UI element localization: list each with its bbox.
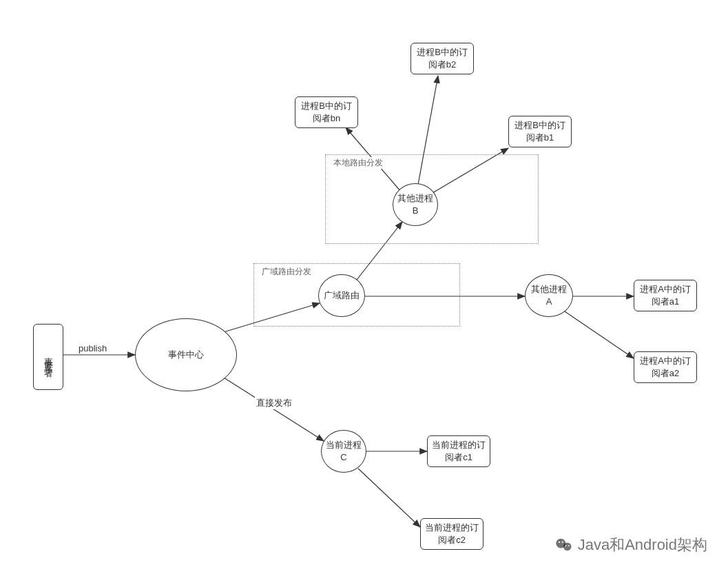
process-b-node: 其他进程B <box>393 183 438 226</box>
watermark: Java和Android架构 <box>554 535 707 555</box>
subscriber-bn-node: 进程B中的订阅者bn <box>295 96 358 128</box>
wan-router-label: 广域路由 <box>324 289 360 302</box>
event-center-label: 事件中心 <box>168 349 204 361</box>
svg-point-15 <box>561 542 563 543</box>
event-publisher-label: 事件发布者 <box>42 350 54 364</box>
process-c-node: 当前进程C <box>321 430 366 473</box>
svg-point-13 <box>563 543 572 551</box>
subscriber-c2-label: 当前进程的订阅者c2 <box>424 522 480 546</box>
publish-edge-label: publish <box>77 343 108 353</box>
svg-line-11 <box>358 469 420 527</box>
wan-routing-label: 广域路由分发 <box>260 266 313 278</box>
subscriber-a1-node: 进程A中的订阅者a1 <box>634 280 697 311</box>
subscriber-a2-node: 进程A中的订阅者a2 <box>634 351 697 383</box>
event-center-node: 事件中心 <box>135 318 237 391</box>
subscriber-a1-label: 进程A中的订阅者a1 <box>637 283 694 308</box>
subscriber-b1-label: 进程B中的订阅者b1 <box>512 119 568 144</box>
event-publisher-node: 事件发布者 <box>33 324 63 390</box>
process-a-node: 其他进程A <box>525 274 573 317</box>
subscriber-b1-node: 进程B中的订阅者b1 <box>508 116 572 147</box>
subscriber-b2-node: 进程B中的订阅者b2 <box>410 43 474 74</box>
subscriber-bn-label: 进程B中的订阅者bn <box>298 100 355 125</box>
direct-publish-edge-label: 直接发布 <box>255 397 293 409</box>
subscriber-c1-label: 当前进程的订阅者c1 <box>430 439 487 464</box>
subscriber-b2-label: 进程B中的订阅者b2 <box>414 46 470 71</box>
local-routing-label: 本地路由分发 <box>332 157 384 169</box>
wechat-icon <box>554 535 574 555</box>
subscriber-c2-node: 当前进程的订阅者c2 <box>420 518 483 550</box>
subscriber-c1-node: 当前进程的订阅者c1 <box>427 435 490 467</box>
svg-line-9 <box>565 311 634 358</box>
process-a-label: 其他进程A <box>528 283 570 308</box>
process-c-label: 当前进程C <box>324 439 363 464</box>
svg-point-17 <box>568 545 570 546</box>
wan-router-node: 广域路由 <box>318 274 365 317</box>
svg-point-16 <box>565 545 566 546</box>
subscriber-a2-label: 进程A中的订阅者a2 <box>637 355 694 380</box>
svg-point-14 <box>559 542 560 543</box>
process-b-label: 其他进程B <box>396 192 435 217</box>
watermark-text: Java和Android架构 <box>578 535 707 555</box>
